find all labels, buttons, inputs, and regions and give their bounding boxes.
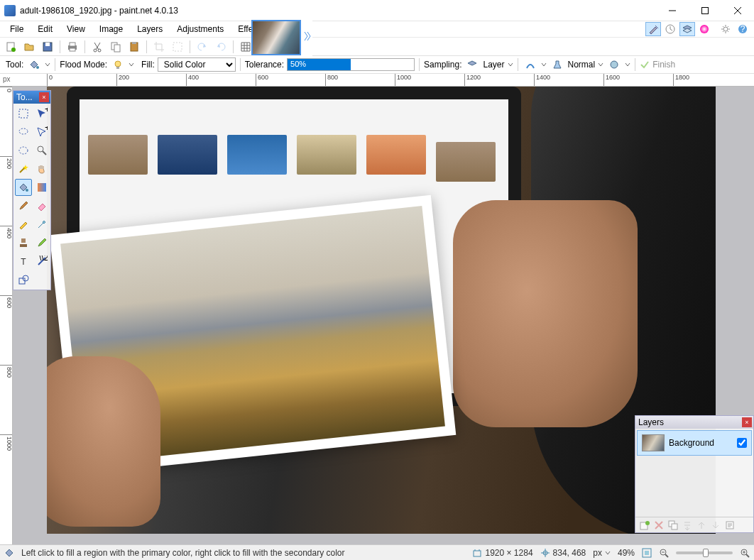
paintbrush-tool[interactable] <box>15 197 32 214</box>
flood-mode-selector[interactable] <box>110 57 126 72</box>
menu-file[interactable]: File <box>3 23 31 35</box>
text-tool[interactable]: T <box>15 253 32 270</box>
lasso-select-tool[interactable] <box>15 123 32 141</box>
paste-button[interactable] <box>126 39 142 55</box>
ruler-tick: 1800 <box>673 74 689 87</box>
menu-view[interactable]: View <box>60 23 92 35</box>
svg-rect-26 <box>116 67 119 69</box>
menu-layers[interactable]: Layers <box>130 23 170 35</box>
close-button[interactable] <box>721 0 754 21</box>
layer-row[interactable]: Background <box>637 430 752 456</box>
layer-properties-button[interactable] <box>723 519 736 532</box>
minimize-button[interactable] <box>656 0 689 21</box>
open-button[interactable] <box>21 39 37 55</box>
sampling-label: Sampling: <box>424 60 461 70</box>
svg-rect-22 <box>173 43 182 51</box>
chevron-down-icon[interactable] <box>625 62 630 67</box>
pencil-tool[interactable] <box>15 216 32 233</box>
maximize-icon <box>701 7 709 14</box>
chevron-down-icon[interactable] <box>541 62 547 67</box>
paint-bucket-tool[interactable] <box>15 179 32 196</box>
brush-icon <box>18 200 29 212</box>
menu-adjustments[interactable]: Adjustments <box>170 23 231 35</box>
zoom-tool[interactable] <box>33 142 50 159</box>
ruler-tick: 1400 <box>534 74 550 87</box>
tolerance-slider[interactable]: 50% <box>287 58 415 71</box>
fill-style-select[interactable]: Solid Color <box>158 57 236 72</box>
image-list-overflow[interactable] <box>304 31 312 45</box>
tool-selector[interactable] <box>26 57 42 72</box>
separator <box>55 58 55 71</box>
crop-button <box>151 39 167 55</box>
svg-rect-15 <box>70 48 75 51</box>
separator <box>146 40 147 53</box>
move-icon: + <box>36 126 48 138</box>
gradient-icon <box>36 182 48 193</box>
zoom-slider[interactable] <box>676 551 733 554</box>
svg-point-35 <box>26 189 28 192</box>
layers-panel-title[interactable]: Layers × <box>635 416 753 429</box>
clone-stamp-tool[interactable] <box>15 234 32 251</box>
svg-point-27 <box>611 61 618 68</box>
new-button[interactable] <box>3 39 18 55</box>
print-button[interactable] <box>65 39 80 55</box>
move-selection-tool[interactable]: + <box>33 105 50 122</box>
color-wheel-icon <box>699 24 709 34</box>
color-picker-tool[interactable] <box>33 216 50 233</box>
ellipse-select-tool[interactable] <box>15 142 32 159</box>
status-unit-selector[interactable]: px <box>593 548 611 558</box>
eraser-tool[interactable] <box>33 197 50 214</box>
menu-image[interactable]: Image <box>92 23 130 35</box>
duplicate-layer-button[interactable] <box>667 519 679 532</box>
tools-panel[interactable]: To... × + + T \\2 <box>13 90 51 290</box>
add-layer-button[interactable] <box>638 519 651 532</box>
move-pixels-tool[interactable]: + <box>33 123 50 141</box>
menu-edit[interactable]: Edit <box>31 23 60 35</box>
maximize-button[interactable] <box>689 0 721 21</box>
chevron-down-icon[interactable] <box>129 62 134 67</box>
alpha-blend-toggle[interactable] <box>550 57 565 72</box>
ruler-tick: 400 <box>186 74 199 87</box>
sampling-selector[interactable] <box>464 57 480 72</box>
layers-panel-close[interactable]: × <box>742 417 752 427</box>
layers-panel[interactable]: Layers × Background <box>635 415 754 533</box>
copy-button[interactable] <box>108 39 124 55</box>
gradient-tool[interactable] <box>33 179 50 196</box>
tools-panel-title[interactable]: To... × <box>13 91 50 104</box>
antialias-toggle[interactable] <box>523 57 538 72</box>
chevron-down-icon[interactable] <box>598 62 603 67</box>
flood-mode-label: Flood Mode: <box>60 60 107 70</box>
app-icon <box>4 5 16 16</box>
colors-window-toggle[interactable] <box>696 22 712 36</box>
layers-window-toggle[interactable] <box>679 22 695 36</box>
separator <box>518 58 518 71</box>
recolor-tool[interactable] <box>33 234 50 251</box>
chevron-down-icon[interactable] <box>45 62 50 67</box>
image-thumbnail[interactable] <box>251 20 301 55</box>
zoom-in-button[interactable] <box>740 548 750 558</box>
pan-tool[interactable] <box>33 160 50 177</box>
ruler-vertical: 0 200 400 600 800 1000 <box>0 87 13 544</box>
check-icon <box>640 60 650 70</box>
tools-panel-close[interactable]: × <box>39 92 49 102</box>
cut-button[interactable] <box>89 39 105 55</box>
shapes-tool[interactable] <box>15 271 32 288</box>
settings-button[interactable] <box>718 22 733 36</box>
fit-window-button[interactable] <box>642 548 652 558</box>
zoom-slider-thumb[interactable] <box>703 549 709 557</box>
chevron-down-icon[interactable] <box>508 62 513 67</box>
overwrite-toggle[interactable] <box>606 57 622 72</box>
zoom-out-button[interactable] <box>659 548 669 558</box>
svg-rect-21 <box>132 42 136 44</box>
history-window-toggle[interactable] <box>662 22 678 36</box>
magic-wand-tool[interactable] <box>15 160 32 177</box>
layer-visible-checkbox[interactable] <box>737 438 747 448</box>
tools-window-toggle[interactable] <box>645 22 661 36</box>
rectangle-select-tool[interactable] <box>15 105 32 122</box>
deselect-icon <box>172 41 183 53</box>
save-button[interactable] <box>40 39 55 55</box>
canvas[interactable] <box>47 87 716 534</box>
help-button[interactable]: ? <box>735 22 750 36</box>
hand-icon <box>36 163 48 175</box>
line-tool[interactable]: \\2 <box>33 253 50 270</box>
